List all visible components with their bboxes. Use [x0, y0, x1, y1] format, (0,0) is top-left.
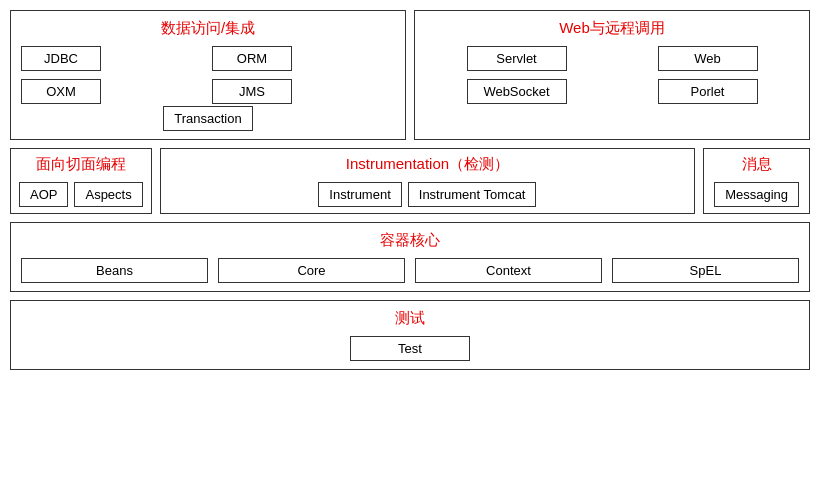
messaging-title: 消息	[714, 155, 799, 174]
module-transaction: Transaction	[163, 106, 252, 131]
module-porlet: Porlet	[658, 79, 758, 104]
aop-title: 面向切面编程	[19, 155, 143, 174]
module-context: Context	[415, 258, 602, 283]
module-jdbc: JDBC	[21, 46, 101, 71]
data-access-section: 数据访问/集成 JDBC ORM OXM JMS Transaction	[10, 10, 406, 140]
core-grid: Beans Core Context SpEL	[21, 258, 799, 283]
module-jms: JMS	[212, 79, 292, 104]
transaction-row: Transaction	[21, 106, 395, 131]
row1: 数据访问/集成 JDBC ORM OXM JMS Transaction Web…	[10, 10, 810, 140]
test-title: 测试	[21, 309, 799, 328]
main-container: 数据访问/集成 JDBC ORM OXM JMS Transaction Web…	[0, 0, 820, 500]
data-access-grid: JDBC ORM OXM JMS	[21, 46, 395, 104]
module-core: Core	[218, 258, 405, 283]
instrumentation-section: Instrumentation（检测） Instrument Instrumen…	[160, 148, 695, 214]
module-servlet: Servlet	[467, 46, 567, 71]
data-access-title: 数据访问/集成	[21, 19, 395, 38]
messaging-row: Messaging	[714, 182, 799, 207]
module-instrument-tomcat: Instrument Tomcat	[408, 182, 537, 207]
instrumentation-title: Instrumentation（检测）	[171, 155, 684, 174]
web-title: Web与远程调用	[425, 19, 799, 38]
module-instrument: Instrument	[318, 182, 401, 207]
aop-section: 面向切面编程 AOP Aspects	[10, 148, 152, 214]
messaging-section: 消息 Messaging	[703, 148, 810, 214]
module-test: Test	[350, 336, 470, 361]
row2: 面向切面编程 AOP Aspects Instrumentation（检测） I…	[10, 148, 810, 214]
core-title: 容器核心	[21, 231, 799, 250]
web-grid: Servlet Web WebSocket Porlet	[425, 46, 799, 104]
module-aspects: Aspects	[74, 182, 142, 207]
module-websocket: WebSocket	[467, 79, 567, 104]
instrumentation-row: Instrument Instrument Tomcat	[171, 182, 684, 207]
core-section: 容器核心 Beans Core Context SpEL	[10, 222, 810, 292]
test-section: 测试 Test	[10, 300, 810, 370]
module-aop: AOP	[19, 182, 68, 207]
module-messaging: Messaging	[714, 182, 799, 207]
aop-row: AOP Aspects	[19, 182, 143, 207]
module-beans: Beans	[21, 258, 208, 283]
web-section: Web与远程调用 Servlet Web WebSocket Porlet	[414, 10, 810, 140]
module-orm: ORM	[212, 46, 292, 71]
test-row: Test	[21, 336, 799, 361]
module-oxm: OXM	[21, 79, 101, 104]
module-web: Web	[658, 46, 758, 71]
module-spel: SpEL	[612, 258, 799, 283]
